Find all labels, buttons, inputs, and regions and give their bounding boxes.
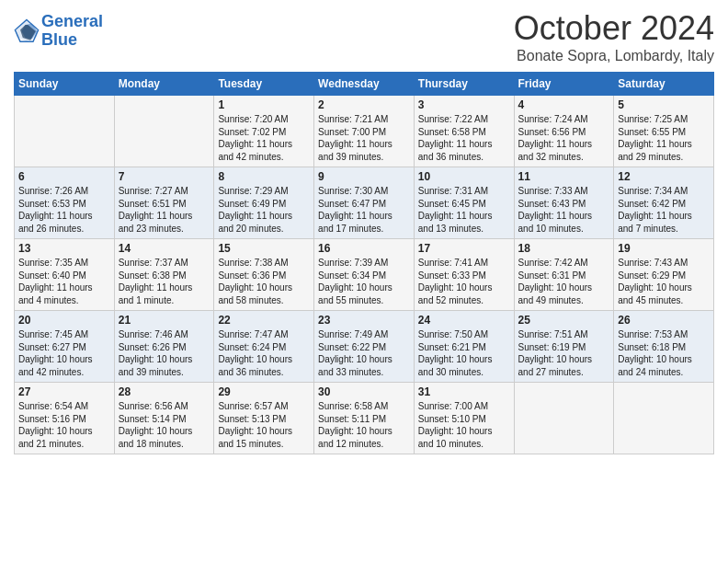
day-number: 15	[218, 242, 310, 255]
location-title: Bonate Sopra, Lombardy, Italy	[514, 48, 714, 64]
day-number: 21	[119, 314, 210, 327]
day-cell: 24Sunrise: 7:50 AM Sunset: 6:21 PM Dayli…	[414, 311, 514, 383]
day-info: Sunrise: 7:51 AM Sunset: 6:19 PM Dayligh…	[518, 328, 610, 378]
day-number: 1	[218, 98, 310, 111]
page-header: General Blue October 2024 Bonate Sopra, …	[14, 9, 714, 64]
day-cell: 31Sunrise: 7:00 AM Sunset: 5:10 PM Dayli…	[414, 383, 514, 454]
day-info: Sunrise: 7:33 AM Sunset: 6:43 PM Dayligh…	[518, 185, 610, 235]
day-cell: 30Sunrise: 6:58 AM Sunset: 5:11 PM Dayli…	[314, 383, 415, 454]
day-number: 17	[418, 242, 510, 255]
day-number: 6	[18, 170, 110, 183]
day-cell: 22Sunrise: 7:47 AM Sunset: 6:24 PM Dayli…	[214, 311, 314, 383]
day-number: 19	[618, 242, 710, 255]
day-number: 3	[418, 98, 510, 111]
day-number: 25	[518, 314, 610, 327]
day-cell: 3Sunrise: 7:22 AM Sunset: 6:58 PM Daylig…	[414, 96, 514, 167]
day-cell: 5Sunrise: 7:25 AM Sunset: 6:55 PM Daylig…	[614, 96, 714, 167]
day-number: 8	[218, 170, 310, 183]
day-number: 9	[318, 170, 410, 183]
day-number: 28	[119, 385, 210, 398]
header-cell-tuesday: Tuesday	[214, 73, 314, 96]
day-number: 7	[119, 170, 210, 183]
day-info: Sunrise: 7:22 AM Sunset: 6:58 PM Dayligh…	[418, 113, 510, 163]
day-cell: 16Sunrise: 7:39 AM Sunset: 6:34 PM Dayli…	[314, 239, 415, 311]
logo-text: General Blue	[41, 13, 103, 50]
day-cell: 18Sunrise: 7:42 AM Sunset: 6:31 PM Dayli…	[514, 239, 614, 311]
day-number: 11	[518, 170, 610, 183]
header-cell-wednesday: Wednesday	[314, 73, 415, 96]
header-cell-saturday: Saturday	[614, 73, 714, 96]
title-block: October 2024 Bonate Sopra, Lombardy, Ita…	[514, 9, 714, 64]
day-info: Sunrise: 7:20 AM Sunset: 7:02 PM Dayligh…	[218, 113, 310, 163]
day-number: 30	[318, 385, 410, 398]
day-info: Sunrise: 7:21 AM Sunset: 7:00 PM Dayligh…	[318, 113, 410, 163]
day-info: Sunrise: 7:30 AM Sunset: 6:47 PM Dayligh…	[318, 185, 410, 235]
logo: General Blue	[14, 13, 103, 50]
day-number: 18	[518, 242, 610, 255]
day-cell: 27Sunrise: 6:54 AM Sunset: 5:16 PM Dayli…	[15, 383, 115, 454]
day-info: Sunrise: 7:45 AM Sunset: 6:27 PM Dayligh…	[18, 328, 110, 378]
day-cell: 15Sunrise: 7:38 AM Sunset: 6:36 PM Dayli…	[214, 239, 314, 311]
header-cell-friday: Friday	[514, 73, 614, 96]
day-info: Sunrise: 6:56 AM Sunset: 5:14 PM Dayligh…	[119, 400, 210, 450]
day-number: 27	[18, 385, 110, 398]
day-number: 13	[18, 242, 110, 255]
day-info: Sunrise: 7:26 AM Sunset: 6:53 PM Dayligh…	[18, 185, 110, 235]
day-cell: 21Sunrise: 7:46 AM Sunset: 6:26 PM Dayli…	[114, 311, 214, 383]
day-cell: 4Sunrise: 7:24 AM Sunset: 6:56 PM Daylig…	[514, 96, 614, 167]
day-cell	[514, 383, 614, 454]
day-cell: 19Sunrise: 7:43 AM Sunset: 6:29 PM Dayli…	[614, 239, 714, 311]
day-info: Sunrise: 7:24 AM Sunset: 6:56 PM Dayligh…	[518, 113, 610, 163]
week-row-1: 1Sunrise: 7:20 AM Sunset: 7:02 PM Daylig…	[15, 96, 714, 167]
day-number: 12	[618, 170, 710, 183]
week-row-2: 6Sunrise: 7:26 AM Sunset: 6:53 PM Daylig…	[15, 167, 714, 239]
header-cell-monday: Monday	[114, 73, 214, 96]
day-info: Sunrise: 7:49 AM Sunset: 6:22 PM Dayligh…	[318, 328, 410, 378]
day-info: Sunrise: 7:46 AM Sunset: 6:26 PM Dayligh…	[119, 328, 210, 378]
day-info: Sunrise: 7:35 AM Sunset: 6:40 PM Dayligh…	[18, 257, 110, 306]
day-info: Sunrise: 7:37 AM Sunset: 6:38 PM Dayligh…	[119, 257, 210, 306]
day-cell	[15, 96, 115, 167]
day-cell: 10Sunrise: 7:31 AM Sunset: 6:45 PM Dayli…	[414, 167, 514, 239]
week-row-4: 20Sunrise: 7:45 AM Sunset: 6:27 PM Dayli…	[15, 311, 714, 383]
day-info: Sunrise: 7:42 AM Sunset: 6:31 PM Dayligh…	[518, 257, 610, 306]
logo-icon	[14, 18, 40, 44]
day-number: 31	[418, 385, 510, 398]
day-cell: 6Sunrise: 7:26 AM Sunset: 6:53 PM Daylig…	[15, 167, 115, 239]
day-number: 26	[618, 314, 710, 327]
day-cell: 28Sunrise: 6:56 AM Sunset: 5:14 PM Dayli…	[114, 383, 214, 454]
day-number: 24	[418, 314, 510, 327]
day-info: Sunrise: 7:00 AM Sunset: 5:10 PM Dayligh…	[418, 400, 510, 450]
day-cell: 29Sunrise: 6:57 AM Sunset: 5:13 PM Dayli…	[214, 383, 314, 454]
day-number: 2	[318, 98, 410, 111]
day-cell: 2Sunrise: 7:21 AM Sunset: 7:00 PM Daylig…	[314, 96, 415, 167]
day-cell: 8Sunrise: 7:29 AM Sunset: 6:49 PM Daylig…	[214, 167, 314, 239]
day-number: 20	[18, 314, 110, 327]
day-number: 14	[119, 242, 210, 255]
day-cell: 14Sunrise: 7:37 AM Sunset: 6:38 PM Dayli…	[114, 239, 214, 311]
day-info: Sunrise: 7:41 AM Sunset: 6:33 PM Dayligh…	[418, 257, 510, 306]
day-info: Sunrise: 7:38 AM Sunset: 6:36 PM Dayligh…	[218, 257, 310, 306]
day-number: 16	[318, 242, 410, 255]
day-number: 4	[518, 98, 610, 111]
day-cell: 23Sunrise: 7:49 AM Sunset: 6:22 PM Dayli…	[314, 311, 415, 383]
day-info: Sunrise: 7:53 AM Sunset: 6:18 PM Dayligh…	[618, 328, 710, 378]
day-cell: 25Sunrise: 7:51 AM Sunset: 6:19 PM Dayli…	[514, 311, 614, 383]
day-number: 5	[618, 98, 710, 111]
week-row-3: 13Sunrise: 7:35 AM Sunset: 6:40 PM Dayli…	[15, 239, 714, 311]
month-title: October 2024	[514, 9, 714, 48]
day-info: Sunrise: 7:47 AM Sunset: 6:24 PM Dayligh…	[218, 328, 310, 378]
day-info: Sunrise: 7:29 AM Sunset: 6:49 PM Dayligh…	[218, 185, 310, 235]
header-row: SundayMondayTuesdayWednesdayThursdayFrid…	[15, 73, 714, 96]
day-cell: 13Sunrise: 7:35 AM Sunset: 6:40 PM Dayli…	[15, 239, 115, 311]
day-number: 22	[218, 314, 310, 327]
day-info: Sunrise: 7:27 AM Sunset: 6:51 PM Dayligh…	[119, 185, 210, 235]
day-cell: 17Sunrise: 7:41 AM Sunset: 6:33 PM Dayli…	[414, 239, 514, 311]
day-info: Sunrise: 6:54 AM Sunset: 5:16 PM Dayligh…	[18, 400, 110, 450]
day-cell	[114, 96, 214, 167]
header-cell-sunday: Sunday	[15, 73, 115, 96]
calendar-table: SundayMondayTuesdayWednesdayThursdayFrid…	[14, 72, 714, 454]
day-number: 23	[318, 314, 410, 327]
day-info: Sunrise: 7:39 AM Sunset: 6:34 PM Dayligh…	[318, 257, 410, 306]
week-row-5: 27Sunrise: 6:54 AM Sunset: 5:16 PM Dayli…	[15, 383, 714, 454]
